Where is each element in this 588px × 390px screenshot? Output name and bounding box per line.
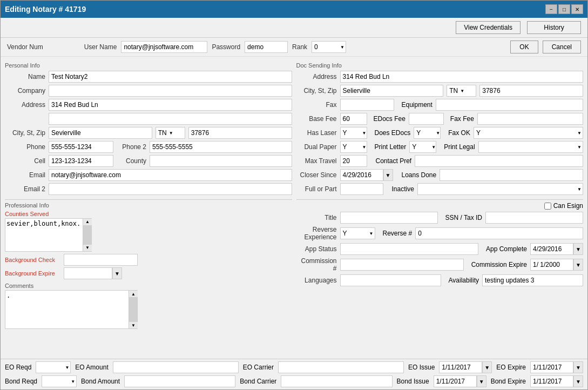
loans-done-input[interactable]: [440, 169, 583, 181]
user-name-input[interactable]: [121, 41, 207, 53]
comments-scroll-down[interactable]: ▼: [129, 322, 138, 328]
doc-zip-input[interactable]: [479, 85, 583, 97]
eo-carrier-input[interactable]: [278, 361, 404, 373]
comments-scroll-up[interactable]: ▲: [129, 291, 138, 297]
bond-expire-calendar[interactable]: ▼: [573, 375, 583, 387]
zip-input[interactable]: [188, 127, 292, 139]
closer-since-input[interactable]: [340, 169, 383, 181]
full-or-part-input[interactable]: [340, 183, 383, 195]
edocs-fee-input[interactable]: [409, 113, 444, 125]
close-button[interactable]: ✕: [571, 4, 583, 14]
county-input[interactable]: [150, 155, 292, 167]
can-esign-checkbox[interactable]: [544, 203, 551, 210]
fax-ok-arrow[interactable]: ▼: [577, 131, 583, 136]
address2-input[interactable]: [49, 113, 292, 125]
bg-expire-input[interactable]: [64, 267, 112, 279]
eo-issue-calendar[interactable]: ▼: [482, 361, 492, 373]
email2-row: Email 2: [5, 183, 292, 195]
bond-reqd-arrow[interactable]: ▼: [71, 379, 76, 384]
loans-done-label: Loans Done: [402, 171, 437, 179]
cancel-button[interactable]: Cancel: [543, 41, 581, 53]
edocs-fee-label: EDocs Fee: [374, 115, 405, 123]
print-legal-select[interactable]: ▼: [478, 141, 583, 153]
comments-textarea[interactable]: .: [5, 290, 129, 329]
fax-ok-select[interactable]: Y ▼: [474, 127, 583, 139]
base-fee-label: Base Fee: [296, 115, 337, 123]
eo-reqd-select[interactable]: ▼: [36, 361, 71, 373]
right-panel: Doc Sending Info Address City, St, Zip T…: [296, 59, 584, 357]
does-edocs-arrow[interactable]: ▼: [436, 131, 440, 136]
app-complete-calendar[interactable]: ▼: [573, 243, 583, 255]
dual-paper-select[interactable]: Y ▼: [340, 141, 367, 153]
eo-issue-input[interactable]: [439, 361, 482, 373]
minimize-button[interactable]: −: [545, 4, 557, 14]
history-button[interactable]: History: [527, 21, 581, 34]
reverse-num-input[interactable]: [415, 227, 583, 239]
max-travel-input[interactable]: [340, 155, 367, 167]
bg-expire-row: Background Expire ▼: [5, 267, 138, 279]
print-letter-arrow[interactable]: ▼: [431, 145, 436, 150]
state-dropdown-arrow[interactable]: ▼: [169, 131, 173, 136]
password-input[interactable]: [245, 41, 288, 53]
commission-num-input[interactable]: [340, 259, 464, 271]
reverse-exp-select[interactable]: Y ▼: [340, 227, 375, 239]
contact-pref-input[interactable]: [415, 155, 583, 167]
fax-input[interactable]: [340, 99, 394, 111]
ssn-tax-id-input[interactable]: [485, 212, 583, 224]
counties-scroll-down[interactable]: ▼: [83, 245, 92, 251]
eo-expire-input[interactable]: [530, 361, 573, 373]
phone-input[interactable]: [49, 141, 113, 153]
equipment-input[interactable]: [436, 99, 583, 111]
city-input[interactable]: [49, 127, 152, 139]
commission-expire-input[interactable]: [530, 259, 573, 271]
doc-address-input[interactable]: [340, 71, 584, 83]
ssn-tax-id-label: SSN / Tax ID: [445, 214, 482, 221]
bond-amount-input[interactable]: [124, 375, 235, 387]
bond-expire-input[interactable]: [530, 375, 573, 387]
bond-reqd-select[interactable]: ▼: [42, 375, 77, 387]
app-complete-input[interactable]: [530, 243, 573, 255]
does-edocs-select[interactable]: Y ▼: [414, 127, 441, 139]
app-status-input[interactable]: [340, 243, 478, 255]
commission-expire-calendar[interactable]: ▼: [573, 259, 583, 271]
bg-check-input[interactable]: [64, 254, 138, 266]
languages-input[interactable]: [340, 274, 441, 286]
name-input[interactable]: [49, 71, 292, 83]
cell-input[interactable]: [49, 155, 113, 167]
phone2-input[interactable]: [150, 141, 292, 153]
email2-input[interactable]: [49, 183, 292, 195]
has-laser-select[interactable]: Y ▼: [340, 127, 367, 139]
view-credentials-button[interactable]: View Credentials: [456, 21, 521, 34]
does-edocs-value: Y: [414, 129, 423, 137]
address-input[interactable]: [49, 99, 292, 111]
inactive-arrow[interactable]: ▼: [577, 187, 583, 192]
eo-reqd-arrow[interactable]: ▼: [65, 365, 70, 370]
doc-state-arrow[interactable]: ▼: [460, 89, 464, 93]
eo-amount-input[interactable]: [113, 361, 239, 373]
email-input[interactable]: [49, 169, 292, 181]
inactive-select[interactable]: ▼: [417, 183, 583, 195]
base-fee-input[interactable]: [340, 113, 367, 125]
title-input[interactable]: [340, 212, 438, 224]
eo-expire-calendar[interactable]: ▼: [573, 361, 583, 373]
availability-input[interactable]: [482, 274, 583, 286]
company-input[interactable]: [49, 85, 292, 97]
fax-fee-input[interactable]: [477, 113, 583, 125]
dual-paper-arrow[interactable]: ▼: [362, 145, 367, 150]
has-laser-arrow[interactable]: ▼: [362, 131, 367, 136]
reverse-exp-arrow[interactable]: ▼: [369, 231, 375, 236]
bg-expire-calendar[interactable]: ▼: [112, 267, 122, 279]
doc-city-input[interactable]: [340, 85, 444, 97]
print-letter-select[interactable]: Y ▼: [409, 141, 436, 153]
maximize-button[interactable]: □: [558, 4, 570, 14]
counties-served-textarea[interactable]: [5, 218, 83, 252]
rank-dropdown-arrow[interactable]: ▼: [339, 45, 346, 50]
bond-carrier-input[interactable]: [281, 375, 392, 387]
closer-since-calendar[interactable]: ▼: [383, 169, 393, 181]
counties-scroll-up[interactable]: ▲: [83, 219, 92, 225]
bond-issue-calendar[interactable]: ▼: [477, 375, 486, 387]
rank-input[interactable]: [312, 42, 339, 52]
print-legal-arrow[interactable]: ▼: [577, 145, 583, 150]
ok-button[interactable]: OK: [510, 41, 538, 53]
bond-issue-input[interactable]: [434, 375, 477, 387]
